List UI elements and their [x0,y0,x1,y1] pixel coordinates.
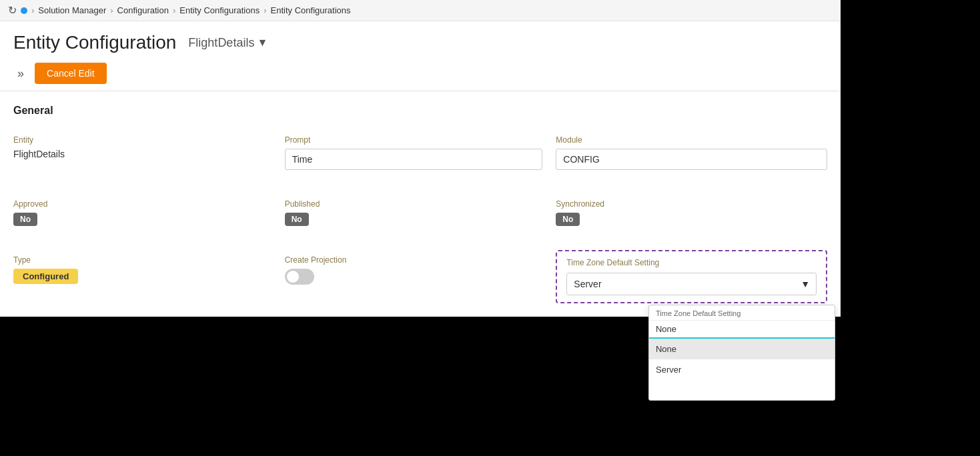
approved-toggle[interactable]: No [13,213,37,226]
page-title: Entity Configuration [13,32,176,53]
synchronized-toggle[interactable]: No [556,213,580,226]
breadcrumb-solution-manager[interactable]: Solution Manager [38,5,106,15]
dropdown-option-none[interactable]: None [649,339,835,359]
breadcrumb: ↻ › Solution Manager › Configuration › E… [0,0,841,21]
approved-label: Approved [13,199,272,209]
nav-dot [21,7,27,14]
breadcrumb-entity-configs[interactable]: Entity Configurations [179,5,260,15]
entity-value: FlightDetails [13,149,272,159]
tz-select[interactable]: Server None [566,273,817,295]
breadcrumb-configuration[interactable]: Configuration [117,5,169,15]
entity-field: Entity FlightDetails [13,130,285,181]
tz-select-wrapper: Server None ▼ [566,273,817,295]
entity-selector[interactable]: FlightDetails ▼ [184,35,272,51]
prompt-field: Prompt [285,130,556,181]
published-toggle[interactable]: No [285,213,309,226]
content-area: General Entity FlightDetails Prompt Modu… [0,91,841,317]
expand-button[interactable]: » [13,65,28,82]
synchronized-label: Synchronized [556,199,827,209]
entity-label: Entity [13,135,272,145]
entity-name: FlightDetails [188,36,254,50]
dropdown-option-server[interactable]: Server [649,359,835,380]
dropdown-popup-header: Time Zone Default Setting [649,305,835,321]
dropdown-search-input[interactable] [649,321,835,339]
published-field: Published No [285,194,556,237]
cancel-edit-button[interactable]: Cancel Edit [35,63,107,84]
approved-field: Approved No [13,194,285,237]
tz-field: Time Zone Default Setting Server None ▼ … [556,250,827,303]
synchronized-field: Synchronized No [556,194,827,237]
toolbar: » Cancel Edit [13,63,827,84]
page-header: Entity Configuration FlightDetails ▼ » C… [0,21,841,91]
type-badge: Configured [13,269,78,284]
module-label: Module [556,135,827,145]
type-label: Type [13,255,272,265]
published-label: Published [285,199,543,209]
create-projection-label: Create Projection [285,255,543,265]
tz-label: Time Zone Default Setting [566,258,817,267]
create-projection-toggle[interactable] [285,269,314,285]
refresh-icon[interactable]: ↻ [8,4,17,17]
prompt-input[interactable] [285,149,543,170]
create-projection-field: Create Projection [285,250,556,303]
prompt-label: Prompt [285,135,543,145]
module-field: Module [556,130,827,181]
breadcrumb-entity-configs-current[interactable]: Entity Configurations [271,5,351,15]
entity-dropdown-arrow-icon: ▼ [257,37,268,49]
general-section-title: General [13,105,827,117]
tz-dropdown-popup: Time Zone Default Setting None Server [648,305,835,401]
tz-container: Time Zone Default Setting Server None ▼ … [556,250,827,303]
module-input[interactable] [556,149,827,170]
type-field: Type Configured [13,250,285,303]
